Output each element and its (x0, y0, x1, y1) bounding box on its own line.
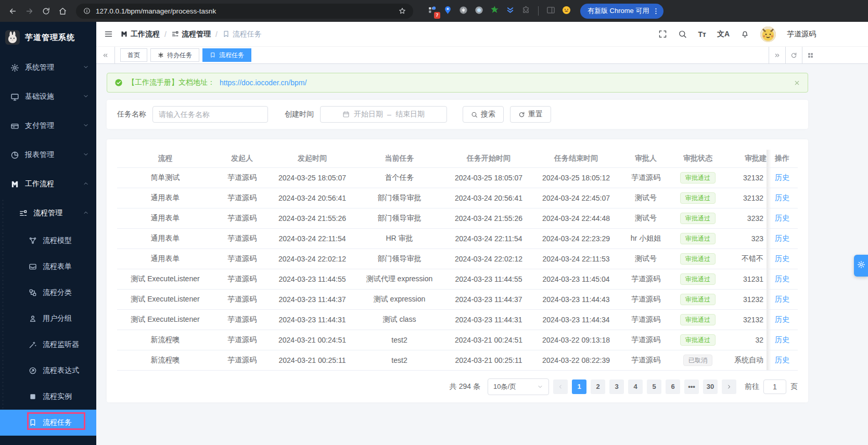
tabs-scroll-left-icon[interactable] (96, 47, 115, 63)
profile-emoji-icon[interactable] (561, 6, 572, 17)
cell-comment: 3232 (724, 208, 767, 228)
page-button-30[interactable]: 30 (703, 379, 718, 394)
sidebar-item-系统管理[interactable]: 系统管理 (0, 53, 96, 82)
tab-首页[interactable]: 首页 (120, 48, 147, 62)
alert-doc-link[interactable]: https://doc.iocoder.cn/bpm/ (220, 78, 307, 87)
extension-asterisk-icon[interactable] (458, 6, 469, 17)
sidebar-item-流程模型[interactable]: 流程模型 (0, 228, 96, 254)
chrome-update-button[interactable]: 有新版 Chrome 可用 (580, 4, 663, 19)
history-link[interactable]: 历史 (775, 193, 789, 202)
browser-menu-icon[interactable] (650, 4, 661, 18)
sidebar-item-基础设施[interactable]: 基础设施 (0, 82, 96, 111)
date-range-picker[interactable]: 开始日期 – 结束日期 (320, 106, 447, 123)
browser-reload-icon[interactable] (39, 4, 53, 18)
settings-drawer-button[interactable] (854, 255, 868, 277)
extension-password-icon[interactable]: 7 (427, 6, 438, 17)
extension-pin-icon[interactable] (442, 6, 453, 17)
cell-status: 审批通过 (672, 188, 724, 208)
page-button-2[interactable]: 2 (591, 379, 605, 394)
cell-text: 通用表单 (151, 234, 180, 242)
sidebar-item-流程分类[interactable]: 流程分类 (0, 280, 96, 306)
translate-icon[interactable]: 文A (717, 30, 730, 39)
cell-comment: 不错不 (724, 248, 767, 269)
tab-refresh-icon[interactable] (785, 47, 802, 63)
workflow-icon (120, 30, 128, 38)
task-name-field[interactable] (159, 110, 262, 119)
sidebar-item-流程实例[interactable]: 流程实例 (0, 384, 96, 410)
global-search-icon[interactable] (678, 30, 687, 38)
sidebar-item-用户分组[interactable]: 用户分组 (0, 306, 96, 332)
page-size-select[interactable]: 10条/页 (488, 378, 549, 395)
history-link[interactable]: 历史 (775, 315, 789, 323)
tabs-scroll-right-icon[interactable] (769, 47, 785, 63)
notification-bell-icon[interactable] (741, 30, 749, 38)
site-info-icon[interactable] (81, 5, 93, 17)
history-link[interactable]: 历史 (775, 274, 789, 283)
sidebar-item-流程表达式[interactable]: 流程表达式 (0, 358, 96, 384)
page-button-3[interactable]: 3 (609, 379, 624, 394)
cell-starter: 芋道源码 (213, 248, 271, 269)
address-bar[interactable]: 127.0.0.1/bpm/manager/process-tasnk (76, 4, 413, 19)
history-link[interactable]: 历史 (775, 234, 789, 242)
cell-text: 2024-03-23 11:44:43 (543, 295, 610, 304)
sidebar-item-流程表单[interactable]: 流程表单 (0, 254, 96, 280)
extension-star-icon[interactable] (489, 6, 500, 17)
tab-流程任务[interactable]: 流程任务 (202, 48, 251, 62)
history-link[interactable]: 历史 (775, 173, 789, 181)
browser-home-icon[interactable] (55, 4, 70, 18)
pages-more-button[interactable]: ••• (684, 379, 699, 394)
chevron-up-icon (83, 180, 89, 188)
sidebar-item-流程任务[interactable]: 流程任务 (0, 410, 96, 436)
page-button-6[interactable]: 6 (666, 379, 680, 394)
column-header-1: 流程 (117, 150, 213, 167)
breadcrumb-item-工作流程[interactable]: 工作流程 (120, 30, 160, 39)
tab-menu-grid-icon[interactable] (802, 47, 819, 63)
page-button-4[interactable]: 4 (628, 379, 643, 394)
username[interactable]: 芋道源码 (787, 30, 816, 39)
cell-start_time: 2024-03-24 20:56:41 (271, 188, 354, 208)
goto-page-input[interactable] (763, 379, 786, 394)
bookmark-star-icon[interactable] (397, 5, 408, 17)
goto-unit: 页 (790, 382, 798, 391)
cell-text: 2024-03-22 08:22:39 (542, 356, 610, 364)
fullscreen-icon[interactable] (658, 30, 667, 38)
task-name-input[interactable] (152, 106, 268, 123)
alert-close-icon[interactable] (794, 80, 800, 86)
page-button-1[interactable]: 1 (572, 379, 586, 394)
reset-button[interactable]: 重置 (510, 106, 551, 123)
sidebar-item-流程管理[interactable]: 流程管理 (0, 199, 96, 228)
cell-comment: 32132 (724, 167, 767, 188)
sidebar-item-工作流程[interactable]: 工作流程 (0, 169, 96, 199)
user-avatar[interactable] (760, 27, 776, 42)
breadcrumb-item-流程管理[interactable]: 流程管理 (171, 30, 211, 39)
extensions-puzzle-icon[interactable] (520, 6, 531, 17)
font-size-icon[interactable]: Tт (698, 30, 706, 38)
sidebar-item-流程监听器[interactable]: 流程监听器 (0, 332, 96, 358)
tab-待办任务[interactable]: 待办任务 (150, 48, 199, 62)
browser-back-icon[interactable] (5, 4, 20, 18)
history-link[interactable]: 历史 (775, 356, 789, 364)
sidebar-item-报表管理[interactable]: 报表管理 (0, 140, 96, 169)
sidebar-item-label: 工作流程 (25, 179, 54, 189)
sidebar-item-支付管理[interactable]: 支付管理 (0, 111, 96, 140)
browser-forward-icon[interactable] (22, 4, 36, 18)
app-logo[interactable]: 芋道管理系统 (0, 22, 96, 53)
next-page-button[interactable] (722, 379, 736, 394)
task-table-card: 流程发起人发起时间当前任务任务开始时间任务结束时间审批人审批状态审批建议操作简单… (107, 139, 808, 402)
status-badge: 审批通过 (680, 273, 716, 285)
extension-chevrons-icon[interactable] (505, 6, 516, 17)
history-link[interactable]: 历史 (775, 295, 789, 303)
history-link[interactable]: 历史 (775, 254, 789, 263)
breadcrumb-item-流程任务[interactable]: 流程任务 (222, 30, 262, 39)
extension-dot-icon[interactable] (474, 6, 484, 17)
history-link[interactable]: 历史 (775, 335, 789, 344)
cell-text: 2024-03-21 00:25:11 (455, 356, 522, 364)
collapse-menu-icon[interactable] (104, 30, 113, 38)
history-link[interactable]: 历史 (775, 214, 789, 222)
prev-page-button[interactable] (553, 379, 568, 394)
side-panel-icon[interactable] (545, 6, 556, 17)
page-button-5[interactable]: 5 (647, 379, 661, 394)
search-button[interactable]: 搜索 (463, 106, 504, 123)
create-time-label: 创建时间 (285, 110, 314, 119)
cell-text: 2024-03-21 00:24:51 (455, 336, 522, 344)
